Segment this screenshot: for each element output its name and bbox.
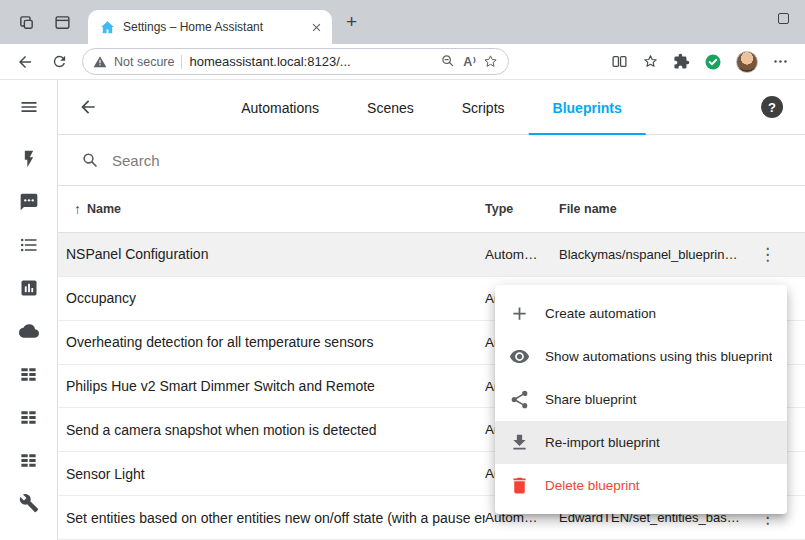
logbook-icon[interactable] bbox=[17, 233, 41, 257]
address-divider bbox=[181, 55, 182, 69]
column-header-type[interactable]: Type bbox=[485, 202, 559, 216]
browser-window: Settings – Home Assistant + Not secure h… bbox=[0, 0, 805, 540]
new-tab-button[interactable]: + bbox=[332, 0, 371, 44]
blueprint-tabs: Automations Scenes Scripts Blueprints bbox=[217, 80, 646, 135]
row-name: Set entities based on other entities new… bbox=[58, 510, 485, 526]
menu-item-label: Create automation bbox=[545, 306, 656, 321]
table-header: ↑ Name Type File name bbox=[58, 186, 805, 233]
url-text[interactable]: homeassistant.local:8123/... bbox=[189, 54, 434, 69]
sidebar-menu-icon[interactable] bbox=[15, 93, 43, 121]
search-input[interactable] bbox=[112, 152, 805, 169]
column-header-file[interactable]: File name bbox=[559, 202, 739, 216]
eye-icon bbox=[509, 346, 530, 367]
tab-blueprints[interactable]: Blueprints bbox=[529, 80, 646, 135]
profile-avatar[interactable] bbox=[736, 51, 758, 73]
back-icon[interactable] bbox=[8, 48, 42, 76]
menu-item-label: Show automations using this blueprint bbox=[545, 349, 772, 364]
share-icon bbox=[509, 389, 530, 410]
row-overflow-button[interactable]: ⋮ bbox=[739, 246, 805, 263]
history-icon[interactable] bbox=[17, 276, 41, 300]
row-name: Philips Hue v2 Smart Dimmer Switch and R… bbox=[58, 378, 485, 394]
row-name: NSPanel Configuration bbox=[58, 246, 485, 262]
column-label-name: Name bbox=[87, 202, 121, 216]
browser-titlebar: Settings – Home Assistant + bbox=[0, 0, 805, 44]
addon-brick-icon[interactable] bbox=[17, 362, 41, 386]
column-header-name[interactable]: ↑ Name bbox=[58, 201, 485, 217]
browser-tab[interactable]: Settings – Home Assistant bbox=[88, 10, 332, 44]
plus-icon bbox=[509, 303, 530, 324]
more-menu-icon[interactable] bbox=[772, 53, 789, 70]
security-label[interactable]: Not secure bbox=[114, 55, 174, 69]
menu-item-delete-blueprint[interactable]: Delete blueprint bbox=[495, 464, 787, 507]
menu-item-label: Share blueprint bbox=[545, 392, 637, 407]
split-screen-icon[interactable] bbox=[611, 53, 628, 70]
extension-badge-icon[interactable] bbox=[704, 53, 722, 71]
browser-toolbar: Not secure homeassistant.local:8123/... … bbox=[0, 44, 805, 80]
ha-back-icon[interactable] bbox=[74, 93, 102, 121]
menu-item-reimport-blueprint[interactable]: Re-import blueprint bbox=[495, 421, 787, 464]
address-bar[interactable]: Not secure homeassistant.local:8123/... … bbox=[82, 48, 509, 75]
zoom-out-icon[interactable] bbox=[441, 54, 456, 69]
energy-icon[interactable] bbox=[17, 147, 41, 171]
row-name: Overheating detection for all temperatur… bbox=[58, 334, 485, 350]
tab-title: Settings – Home Assistant bbox=[123, 20, 300, 34]
favorite-star-icon[interactable] bbox=[483, 54, 498, 69]
row-file: Blackymas/nspanel_blueprin… bbox=[559, 247, 739, 262]
addon-brick-icon[interactable] bbox=[17, 448, 41, 472]
ha-app-header: Automations Scenes Scripts Blueprints ? bbox=[58, 80, 805, 135]
read-aloud-icon[interactable]: A⁾ bbox=[463, 54, 476, 69]
tab-actions-icon[interactable] bbox=[52, 12, 72, 32]
assist-icon[interactable] bbox=[17, 190, 41, 214]
refresh-icon[interactable] bbox=[42, 48, 76, 76]
tab-scenes[interactable]: Scenes bbox=[343, 80, 438, 135]
menu-item-show-automations[interactable]: Show automations using this blueprint bbox=[495, 335, 787, 378]
row-type: Autom… bbox=[485, 247, 559, 262]
sort-ascending-icon: ↑ bbox=[74, 201, 81, 217]
window-restore-icon[interactable] bbox=[778, 13, 789, 24]
help-icon[interactable]: ? bbox=[761, 96, 783, 118]
tab-scripts[interactable]: Scripts bbox=[438, 80, 529, 135]
tools-icon[interactable] bbox=[17, 491, 41, 515]
cloud-icon[interactable] bbox=[17, 319, 41, 343]
favorites-icon[interactable] bbox=[642, 53, 659, 70]
menu-item-create-automation[interactable]: Create automation bbox=[495, 292, 787, 335]
trash-icon bbox=[509, 475, 530, 496]
row-name: Send a camera snapshot when motion is de… bbox=[58, 422, 485, 438]
tab-close-icon[interactable] bbox=[308, 19, 324, 35]
tab-automations[interactable]: Automations bbox=[217, 80, 343, 135]
home-assistant-favicon bbox=[100, 20, 115, 35]
table-row[interactable]: NSPanel Configuration Autom… Blackymas/n… bbox=[58, 233, 805, 277]
search-icon bbox=[81, 151, 100, 170]
not-secure-warning-icon bbox=[93, 55, 107, 69]
download-icon bbox=[509, 432, 530, 453]
menu-item-label: Delete blueprint bbox=[545, 478, 640, 493]
search-row bbox=[58, 135, 805, 186]
row-context-menu: Create automation Show automations using… bbox=[495, 285, 787, 514]
row-name: Occupancy bbox=[58, 290, 485, 306]
workspaces-icon[interactable] bbox=[16, 12, 36, 32]
menu-item-share-blueprint[interactable]: Share blueprint bbox=[495, 378, 787, 421]
menu-item-label: Re-import blueprint bbox=[545, 435, 660, 450]
addon-brick-icon[interactable] bbox=[17, 405, 41, 429]
kebab-icon: ⋮ bbox=[759, 246, 776, 263]
row-name: Sensor Light bbox=[58, 466, 485, 482]
extensions-icon[interactable] bbox=[673, 53, 690, 70]
ha-sidebar bbox=[0, 80, 58, 540]
